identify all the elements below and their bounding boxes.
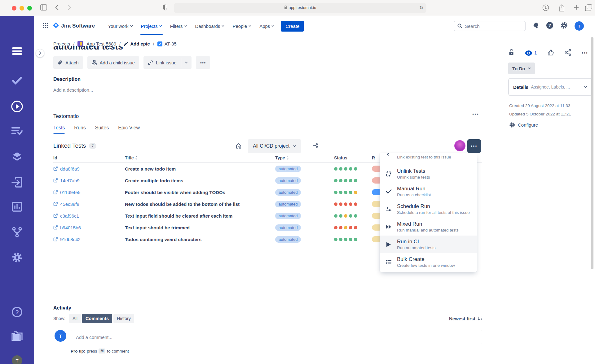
back-icon[interactable]: [55, 4, 59, 12]
share-nodes-icon[interactable]: [565, 49, 571, 57]
tests-check-icon[interactable]: [12, 76, 22, 85]
forward-icon[interactable]: [68, 4, 71, 12]
sort-order-button[interactable]: Newest first: [449, 316, 482, 321]
refresh-icon[interactable]: ↻: [419, 5, 423, 11]
menu-item-manual-run[interactable]: Manual RunRun as a checklist: [380, 183, 477, 200]
window-zoom-button[interactable]: [27, 6, 32, 11]
import-icon[interactable]: [11, 177, 23, 188]
nav-item-apps[interactable]: Apps: [257, 22, 277, 31]
search-input[interactable]: [465, 24, 514, 29]
tab-overview-icon[interactable]: [585, 4, 593, 12]
attach-button[interactable]: Attach: [53, 56, 83, 69]
nav-item-people[interactable]: People: [230, 22, 254, 31]
status-dropdown[interactable]: To Do: [508, 63, 535, 74]
test-id-link[interactable]: 011d94e5: [53, 190, 125, 195]
test-id-link[interactable]: b94015b6: [53, 225, 125, 230]
menu-item-bulk-create[interactable]: Bulk CreateCreate few tests in one windo…: [380, 253, 477, 271]
app-switcher-icon[interactable]: [43, 23, 48, 29]
privacy-shield-icon[interactable]: [162, 4, 168, 12]
help-icon[interactable]: ?: [11, 306, 23, 318]
column-id[interactable]: Id: [53, 155, 125, 160]
menu-item-mixed-run[interactable]: Mixed RunRun manual and automated tests: [380, 218, 477, 236]
menu-item-subtitle: Create few tests in one window: [397, 263, 455, 268]
window-minimize-button[interactable]: [20, 6, 24, 11]
test-id-link[interactable]: c3af96c1: [53, 213, 125, 219]
menu-item-run-in-ci[interactable]: Run in CIRun automated tests: [380, 236, 477, 253]
issue-quick-actions: 1 •••: [508, 49, 588, 57]
new-tab-icon[interactable]: [573, 4, 580, 12]
nav-item-projects[interactable]: Projects: [139, 22, 165, 31]
link-issue-button[interactable]: Link issue: [143, 56, 181, 69]
linked-tests-actions-button[interactable]: •••: [467, 139, 481, 153]
nav-item-dashboards[interactable]: Dashboards: [193, 22, 227, 31]
runs-play-icon[interactable]: [11, 100, 23, 113]
tab-epic-view[interactable]: Epic View: [118, 125, 140, 134]
checklist-icon[interactable]: [11, 126, 23, 136]
breadcrumb-add-epic[interactable]: Add epic: [124, 41, 150, 46]
status-dot-green: [339, 179, 342, 182]
create-button[interactable]: Create: [281, 21, 304, 32]
page-scrollbar[interactable]: [591, 37, 593, 269]
share-icon[interactable]: [559, 4, 565, 13]
menu-item-unlink-tests[interactable]: Unlink TestsUnlink some tests: [380, 165, 477, 183]
test-id-link[interactable]: dda8f6a9: [53, 166, 125, 171]
status-dot-green: [349, 167, 352, 171]
panel-expand-button[interactable]: [36, 49, 44, 58]
menu-item-link-existing-test-to-this-iss[interactable]: Link existing test to this issue: [380, 153, 477, 165]
testomatio-tabs: TestsRunsSuitesEpic View: [53, 125, 140, 134]
menu-item-schedule-run[interactable]: Schedule RunSchedule a run for all tests…: [380, 200, 477, 218]
column-type[interactable]: Type: [275, 155, 334, 160]
suites-layers-icon[interactable]: [11, 152, 23, 161]
issue-more-button[interactable]: •••: [582, 50, 588, 55]
notifications-bell-icon[interactable]: [532, 22, 539, 30]
column-status[interactable]: Status: [334, 155, 372, 160]
test-id-link[interactable]: 91db8c42: [53, 237, 125, 242]
rail-user-avatar[interactable]: T: [12, 355, 22, 364]
branch-icon[interactable]: [12, 227, 22, 238]
test-id-link[interactable]: 14ef7ab9: [53, 178, 125, 183]
tab-tests[interactable]: Tests: [53, 125, 65, 134]
project-filter-dropdown[interactable]: All CI/CD project: [248, 139, 301, 153]
filter-comments[interactable]: Comments: [82, 314, 112, 323]
url-bar[interactable]: app.testomat.io ↻: [174, 3, 426, 13]
settings-gear-icon[interactable]: [11, 252, 23, 263]
breadcrumb-projects[interactable]: Projects: [53, 41, 70, 46]
search-box[interactable]: [454, 21, 526, 31]
comment-input[interactable]: Add a comment...: [71, 330, 482, 344]
test-id-link[interactable]: 45ec38f8: [53, 202, 125, 207]
column-title[interactable]: Title: [125, 155, 275, 160]
jira-logo[interactable]: Jira Software: [53, 22, 95, 30]
filter-history[interactable]: History: [113, 314, 134, 323]
tab-runs[interactable]: Runs: [74, 125, 86, 134]
reports-chart-icon[interactable]: [12, 202, 22, 212]
flow-settings-icon[interactable]: [312, 143, 319, 150]
status-dot-red: [354, 202, 357, 206]
issue-title[interactable]: automated tests: [53, 46, 270, 54]
testomatio-more-button[interactable]: •••: [472, 111, 479, 117]
add-child-issue-button[interactable]: Add a child issue: [87, 56, 139, 69]
header-user-avatar[interactable]: T: [575, 21, 584, 31]
nav-item-your-work[interactable]: Your work: [105, 22, 135, 31]
like-icon[interactable]: [548, 49, 554, 57]
menu-hamburger-icon[interactable]: [12, 46, 22, 56]
watchers-button[interactable]: 1: [525, 50, 537, 56]
sidebar-toggle-icon[interactable]: [40, 4, 47, 12]
toolbar-more-button[interactable]: •••: [196, 56, 210, 69]
filter-all[interactable]: All: [69, 314, 81, 323]
projects-folder-icon[interactable]: [11, 331, 23, 342]
breadcrumb-issue-key[interactable]: AT-35: [157, 41, 177, 46]
tab-suites[interactable]: Suites: [95, 125, 109, 134]
unlock-icon[interactable]: [508, 49, 514, 57]
home-icon[interactable]: [236, 143, 242, 150]
link-issue-dropdown-button[interactable]: [181, 56, 192, 69]
configure-button[interactable]: Configure: [509, 122, 538, 128]
description-placeholder[interactable]: Add a description...: [53, 87, 93, 93]
nav-item-filters[interactable]: Filters: [168, 22, 190, 31]
downloads-icon[interactable]: [542, 4, 549, 12]
details-panel-toggle[interactable]: Details Assignee, Labels, ...: [508, 78, 592, 96]
member-avatar[interactable]: [454, 140, 465, 151]
window-close-button[interactable]: [12, 6, 16, 11]
header-gear-icon[interactable]: [560, 22, 568, 30]
breadcrumb-project-name[interactable]: App Test 5689: [86, 41, 116, 46]
help-circle-icon[interactable]: ?: [546, 22, 553, 30]
